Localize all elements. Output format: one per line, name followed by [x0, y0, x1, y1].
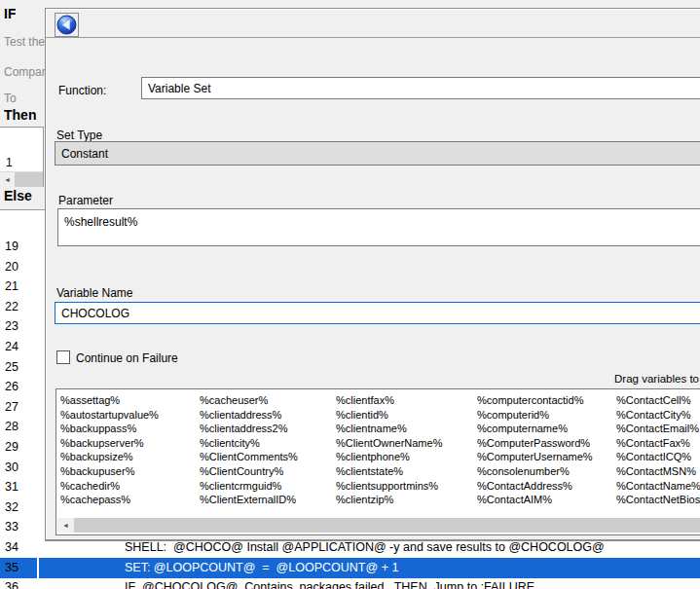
row-number: 19: [5, 239, 18, 253]
then-row-number: 1: [6, 156, 13, 169]
variables-list[interactable]: ◄ %assettag%%autostartupvalue%%backuppas…: [55, 388, 700, 535]
drag-variables-label: Drag variables to: [614, 373, 699, 385]
function-value: Variable Set: [148, 82, 210, 95]
row-number: 33: [5, 520, 18, 534]
variable-item[interactable]: %clientname%: [336, 422, 492, 436]
variable-item[interactable]: %clientcrmguid%: [200, 479, 355, 494]
script-row-35[interactable]: 35SET: @LOOPCOUNT@ = @LOOPCOUNT@ + 1: [0, 558, 700, 578]
function-label: Function:: [58, 84, 106, 97]
parameter-value: %shellresult%: [64, 215, 137, 229]
variable-item[interactable]: %ContactICQ%: [616, 450, 700, 464]
variables-column-4: %computercontactid%%computerid%%computer…: [477, 393, 633, 507]
variable-item[interactable]: %clientphone%: [336, 450, 492, 464]
variable-item[interactable]: %ContactMSN%: [616, 464, 700, 479]
variable-item[interactable]: %ContactAddress%: [477, 479, 633, 494]
variable-item[interactable]: %clientzip%: [336, 493, 492, 507]
variable-item[interactable]: %clientstate%: [336, 464, 492, 479]
variable-item[interactable]: %computername%: [477, 422, 633, 436]
variable-item[interactable]: %cachepass%: [60, 493, 216, 507]
variable-item[interactable]: %assettag%: [60, 393, 216, 408]
variables-column-3: %clientfax%%clientid%%clientname%%Client…: [336, 393, 492, 507]
toolbar-separator: [46, 37, 700, 38]
variable-name-input[interactable]: CHOCOLOG: [55, 302, 700, 324]
row-number: 27: [5, 400, 18, 414]
variable-item[interactable]: %computerid%: [477, 408, 633, 423]
row-number: 22: [5, 300, 18, 313]
test-the-label: Test the: [4, 35, 45, 49]
parameter-label: Parameter: [58, 194, 113, 207]
variables-column-2: %cacheuser%%clientaddress%%clientaddress…: [200, 393, 355, 507]
function-dropdown[interactable]: Variable Set: [141, 77, 700, 99]
variable-name-value: CHOCOLOG: [61, 307, 129, 320]
variable-item[interactable]: %backuppass%: [60, 422, 216, 436]
variable-item[interactable]: %cachedir%: [60, 479, 216, 494]
row-number: 28: [5, 420, 18, 433]
set-type-value: Constant: [61, 147, 108, 161]
set-type-dropdown[interactable]: Constant: [55, 141, 700, 166]
variable-set-dialog: Function: Variable Set Set Type Constant…: [45, 8, 700, 541]
variables-hscrollbar[interactable]: ◄: [57, 518, 700, 533]
variable-item[interactable]: %ContactName%: [616, 479, 700, 494]
row-number: 29: [5, 440, 18, 454]
scroll-left-icon[interactable]: ◄: [0, 172, 15, 187]
variable-item[interactable]: %cacheuser%: [200, 393, 355, 408]
row-number: 21: [5, 279, 18, 293]
variable-item[interactable]: %ClientExternalID%: [200, 493, 355, 507]
row-number: 32: [5, 500, 18, 514]
to-label: To: [4, 92, 17, 105]
variable-item[interactable]: %backupsize%: [60, 450, 216, 464]
variable-item[interactable]: %clientaddress%: [200, 408, 355, 423]
variable-item[interactable]: %ContactCity%: [616, 408, 700, 423]
variables-column-5: %ContactCell%%ContactCity%%ContactEmail%…: [616, 393, 700, 507]
variable-item[interactable]: %ContactFax%: [616, 436, 700, 451]
row-number: 31: [5, 480, 18, 494]
variable-name-label: Variable Name: [56, 286, 132, 300]
variable-item[interactable]: %ClientComments%: [200, 450, 355, 464]
variable-item[interactable]: %autostartupvalue%: [60, 408, 216, 423]
variable-item[interactable]: %clientid%: [336, 408, 492, 423]
row-text: IF @CHOCOLOG@ Contains packages failed T…: [125, 580, 534, 589]
then-steps-grid[interactable]: 1 ◄: [0, 127, 44, 187]
parameter-input[interactable]: %shellresult%: [57, 208, 700, 246]
scroll-left-icon[interactable]: ◄: [57, 518, 74, 533]
variable-item[interactable]: %ClientOwnerName%: [336, 436, 492, 451]
if-section-label: IF: [4, 6, 16, 21]
row-number: 24: [5, 340, 18, 353]
variable-item[interactable]: %computercontactid%: [477, 393, 633, 408]
row-number: 35: [5, 561, 18, 574]
row-text: SET: @LOOPCOUNT@ = @LOOPCOUNT@ + 1: [125, 561, 398, 574]
scrollbar-thumb[interactable]: [74, 518, 700, 533]
row-number: 36: [5, 580, 18, 589]
variable-item[interactable]: %backupuser%: [60, 464, 216, 479]
back-button[interactable]: [55, 13, 79, 37]
variable-item[interactable]: %clientaddress2%: [200, 422, 355, 436]
variable-item[interactable]: %ContactEmail%: [616, 422, 700, 436]
variable-item[interactable]: %ClientCountry%: [200, 464, 355, 479]
else-section-label: Else: [4, 188, 32, 203]
variable-item[interactable]: %ContactNetBios%: [616, 493, 700, 507]
variable-item[interactable]: %ContactCell%: [616, 393, 700, 408]
scrollbar-thumb[interactable]: [15, 172, 43, 187]
row-number: 30: [5, 460, 18, 474]
row-text: SHELL: @CHOCO@ Install @APPLICATION@ -y …: [125, 540, 605, 554]
variable-item[interactable]: %clientcity%: [200, 436, 355, 451]
variable-item[interactable]: %consolenumber%: [477, 464, 633, 479]
then-section-label: Then: [4, 107, 36, 123]
variable-item[interactable]: %clientfax%: [336, 393, 492, 408]
script-row-36[interactable]: 36IF @CHOCOLOG@ Contains packages failed…: [0, 577, 700, 589]
variable-item[interactable]: %ComputerPassword%: [477, 436, 633, 451]
variable-item[interactable]: %backupserver%: [60, 436, 216, 451]
variables-column-1: %assettag%%autostartupvalue%%backuppass%…: [60, 393, 216, 507]
row-number-separator: [37, 558, 39, 578]
row-number: 25: [5, 360, 18, 374]
row-number: 26: [5, 380, 18, 393]
then-grid-hscrollbar[interactable]: ◄: [0, 171, 43, 187]
back-circle-icon: [56, 15, 77, 35]
row-number: 20: [5, 260, 18, 274]
row-number: 23: [5, 319, 18, 333]
variable-item[interactable]: %ComputerUsername%: [477, 450, 633, 464]
variable-item[interactable]: %clientsupportmins%: [336, 479, 492, 494]
row-number: 34: [5, 540, 18, 554]
variable-item[interactable]: %ContactAIM%: [477, 493, 633, 507]
continue-on-failure-checkbox[interactable]: [56, 350, 70, 364]
